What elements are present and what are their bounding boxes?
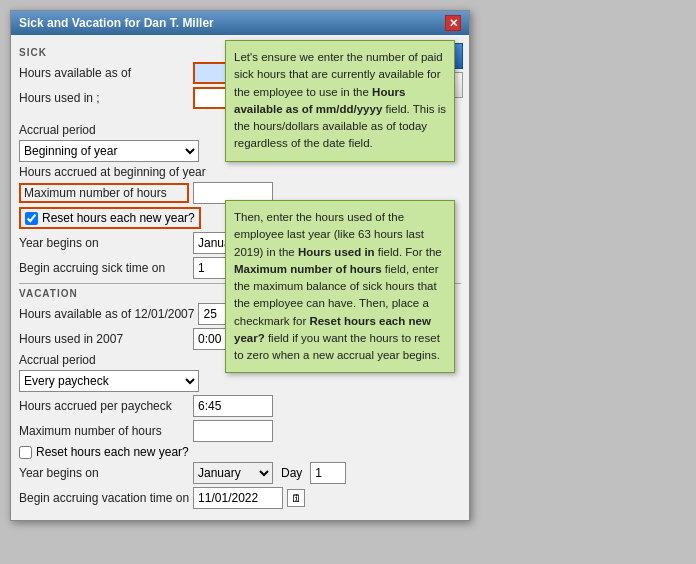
vacation-accrual-select[interactable]: Every paycheck xyxy=(19,370,199,392)
reset-label: Reset hours each new year? xyxy=(42,211,195,225)
hours-accrued-paycheck-input[interactable] xyxy=(193,395,273,417)
vacation-accrual-select-row: Every paycheck xyxy=(19,370,461,392)
vacation-year-begins-select[interactable]: January xyxy=(193,462,273,484)
vacation-reset-checkbox[interactable] xyxy=(19,446,32,459)
vacation-year-begins-row: Year begins on January Day xyxy=(19,462,461,484)
close-button[interactable]: ✕ xyxy=(445,15,461,31)
reset-hours-row: Reset hours each new year? xyxy=(19,207,201,229)
tooltip1-text1: Let's ensure we enter the number of paid… xyxy=(234,51,443,98)
tooltip2-text2: field. For the xyxy=(375,246,442,258)
title-bar: Sick and Vacation for Dan T. Miller ✕ xyxy=(11,11,469,35)
vacation-reset-label: Reset hours each new year? xyxy=(36,445,189,459)
begin-accruing-label: Begin accruing sick time on xyxy=(19,261,189,275)
begin-accruing-vacation-input[interactable] xyxy=(193,487,283,509)
vacation-max-hours-label: Maximum number of hours xyxy=(19,424,189,438)
tooltip2-bold1: Hours used in xyxy=(298,246,375,258)
accrual-period-label: Accrual period xyxy=(19,123,189,137)
hours-accrued-paycheck-label: Hours accrued per paycheck xyxy=(19,399,189,413)
tooltip-1: Let's ensure we enter the number of paid… xyxy=(225,40,455,162)
vacation-max-hours-row: Maximum number of hours xyxy=(19,420,461,442)
hours-accrued-label: Hours accrued at beginning of year xyxy=(19,165,206,179)
reset-checkbox[interactable] xyxy=(25,212,38,225)
hours-used-label: Hours used in ; xyxy=(19,91,189,105)
vacation-hours-used-label: Hours used in 2007 xyxy=(19,332,189,346)
calendar-icon[interactable]: 🗓 xyxy=(287,489,305,507)
vacation-max-hours-input[interactable] xyxy=(193,420,273,442)
year-begins-label: Year begins on xyxy=(19,236,189,250)
max-hours-label: Maximum number of hours xyxy=(19,183,189,203)
vacation-day-input[interactable] xyxy=(310,462,346,484)
tooltip2-text4: field if you want the hours to reset to … xyxy=(234,332,440,361)
vacation-day-label: Day xyxy=(281,466,302,480)
begin-accruing-vacation-row: Begin accruing vacation time on 🗓 xyxy=(19,487,461,509)
hours-accrued-paycheck-row: Hours accrued per paycheck xyxy=(19,395,461,417)
begin-accruing-vacation-label: Begin accruing vacation time on xyxy=(19,491,189,505)
tooltip-2: Then, enter the hours used of the employ… xyxy=(225,200,455,373)
dialog-title: Sick and Vacation for Dan T. Miller xyxy=(19,16,214,30)
hours-accrued-row: Hours accrued at beginning of year xyxy=(19,165,461,179)
tooltip2-bold2: Maximum number of hours xyxy=(234,263,382,275)
accrual-period-select[interactable]: Beginning of year xyxy=(19,140,199,162)
vacation-year-begins-label: Year begins on xyxy=(19,466,189,480)
vacation-accrual-label: Accrual period xyxy=(19,353,189,367)
vacation-reset-row: Reset hours each new year? xyxy=(19,445,461,459)
vacation-hours-available-label: Hours available as of 12/01/2007 xyxy=(19,307,194,321)
hours-available-label: Hours available as of xyxy=(19,66,189,80)
